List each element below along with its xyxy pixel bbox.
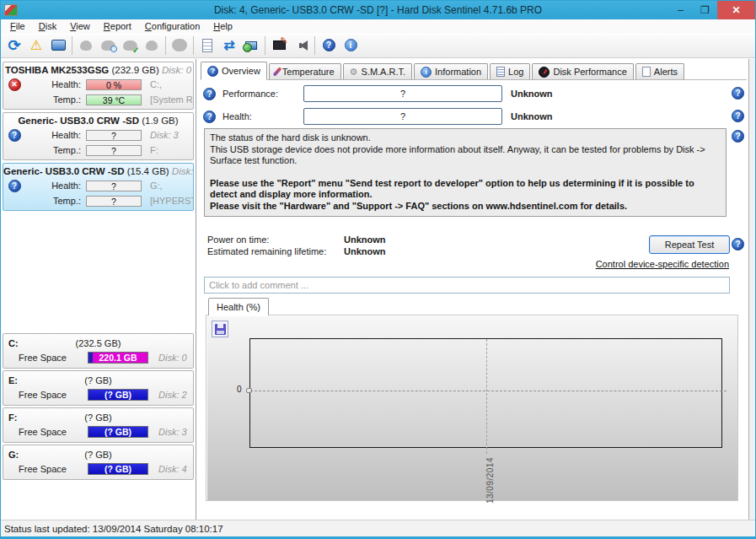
health-help-icon[interactable]: [203, 110, 216, 123]
disk-number: Disk: 4: [158, 464, 187, 474]
disk-number: Disk: 2: [158, 390, 187, 400]
repeat-test-help-icon[interactable]: [732, 238, 744, 251]
alerts-icon: [642, 67, 651, 77]
drive-panel-c[interactable]: C: (232.5 GB) Free Space 220.1 GB Disk: …: [3, 333, 194, 369]
volume-label: [System Rese: [145, 94, 193, 105]
detect-disk-icon[interactable]: [141, 35, 163, 57]
health-bar: ?: [86, 181, 142, 191]
help-icon[interactable]: [318, 35, 340, 57]
device-icon[interactable]: [169, 35, 190, 57]
window-edge: [749, 59, 755, 520]
temp-label: Temp.:: [25, 145, 86, 155]
menu-report[interactable]: Report: [97, 19, 138, 33]
device-detection-link[interactable]: Control device-specific detection: [596, 259, 729, 269]
sound-icon[interactable]: [290, 35, 312, 57]
health-bar: ?: [86, 130, 142, 141]
free-space-label: Free Space: [19, 390, 88, 400]
network-icon[interactable]: [240, 35, 262, 57]
menu-help[interactable]: Help: [206, 19, 239, 33]
app-window: Disk: 4, Generic- USB3.0 CRW -SD [?] - H…: [0, 0, 756, 539]
main-panel: Overview Temperature ⚙ S.M.A.R.T. Inform…: [196, 59, 749, 520]
drive-size: (? GB): [84, 448, 111, 461]
refresh-icon[interactable]: ⟳: [3, 35, 25, 57]
temp-label: Temp.:: [25, 94, 86, 105]
disk-panel-usb-2-selected[interactable]: Generic- USB3.0 CRW -SD (15.4 GB) Disk: …: [3, 163, 194, 211]
drive-panel-g[interactable]: G: (? GB) Free Space (? GB) Disk: 4: [3, 445, 194, 480]
drive-size: (232.5 GB): [76, 337, 121, 350]
tab-log[interactable]: Log: [490, 63, 530, 79]
minimize-button[interactable]: –: [668, 1, 693, 19]
temp-bar: 39 °C: [86, 94, 142, 105]
menu-disk[interactable]: Disk: [32, 19, 63, 33]
health-label: Health:: [25, 79, 86, 89]
disk-schedule-icon[interactable]: [97, 35, 119, 57]
disk-title: Generic- USB3.0 CRW -SD (15.4 GB) Disk: …: [3, 164, 193, 178]
performance-help-icon-right[interactable]: [732, 87, 744, 100]
restore-button[interactable]: ❐: [693, 1, 717, 19]
tab-overview[interactable]: Overview: [201, 62, 267, 80]
tab-temperature[interactable]: Temperature: [269, 63, 341, 79]
smart-icon: ⚙: [350, 67, 358, 78]
window-title: Disk: 4, Generic- USB3.0 CRW -SD [?] - H…: [1, 4, 755, 16]
scan-disk-icon[interactable]: [75, 35, 97, 57]
save-chart-button[interactable]: [212, 321, 228, 337]
sync-icon[interactable]: ⇄: [218, 35, 240, 57]
menu-view[interactable]: View: [63, 19, 97, 33]
free-space-label: Free Space: [19, 353, 88, 363]
status-line: This USB storage device does not provide…: [210, 144, 721, 167]
disk-unknown-icon: [8, 129, 21, 142]
repeat-test-button[interactable]: Repeat Test: [649, 235, 730, 254]
status-line-bold: Please visit the "Hardware" and "Support…: [210, 201, 721, 213]
lifetime-label: Estimated remaining lifetime:: [207, 246, 342, 256]
drive-letter: E:: [8, 374, 84, 387]
floppy-icon: [215, 324, 226, 335]
lifetime-value: Unknown: [344, 246, 386, 256]
chart-tab-health[interactable]: Health (%): [208, 298, 269, 315]
surface-test-icon[interactable]: [268, 35, 290, 57]
health-bar: 0 %: [86, 79, 142, 90]
power-on-label: Power on time:: [207, 234, 342, 245]
health-help-icon-right[interactable]: [732, 110, 744, 122]
disk-overview-icon[interactable]: [47, 35, 69, 57]
drive-letter: G:: [8, 448, 84, 461]
health-chart-panel: 0 13/09/2014: [206, 315, 738, 501]
comment-input[interactable]: [204, 277, 730, 294]
toolbar: ⟳ ⚠ ✓ ⇄: [1, 33, 755, 58]
performance-status: Unknown: [511, 89, 553, 99]
health-label: Health:: [25, 130, 86, 140]
close-button[interactable]: ✕: [717, 1, 755, 19]
tab-alerts[interactable]: Alerts: [635, 63, 684, 79]
disk-number: Disk: 0: [158, 353, 187, 363]
drive-letter: F:: [8, 411, 84, 424]
drive-size: (? GB): [84, 411, 111, 424]
status-line: The status of the hard disk is unknown.: [210, 132, 721, 144]
performance-label: Performance:: [216, 89, 303, 99]
disk-error-icon: [8, 78, 21, 91]
alert-icon[interactable]: ⚠: [25, 35, 47, 57]
disk-ok-icon[interactable]: ✓: [119, 35, 141, 57]
performance-help-icon[interactable]: [203, 88, 216, 100]
temp-bar: ?: [86, 196, 142, 207]
disk-panel-toshiba[interactable]: TOSHIBA MK2533GSG (232.9 GB) Disk: 0 Hea…: [3, 62, 194, 110]
disk-number: Disk: 3: [158, 427, 187, 437]
tab-disk-performance[interactable]: Disk Performance: [532, 63, 633, 79]
free-space-bar: 220.1 GB: [88, 352, 148, 364]
log-icon: [496, 67, 505, 77]
status-help-icon[interactable]: [732, 130, 744, 143]
info-icon[interactable]: [340, 35, 362, 57]
drive-panel-f[interactable]: F: (? GB) Free Space (? GB) Disk: 3: [3, 407, 194, 443]
tab-smart[interactable]: ⚙ S.M.A.R.T.: [343, 63, 412, 79]
menubar: File Disk View Report Configuration Help: [1, 19, 755, 33]
menu-file[interactable]: File: [3, 19, 32, 33]
drive-letters: G:,: [145, 181, 193, 191]
disk-status-textbox: The status of the hard disk is unknown. …: [204, 128, 727, 217]
free-space-label: Free Space: [19, 427, 88, 437]
temp-bar: ?: [86, 145, 142, 156]
drive-letter: C:: [8, 337, 76, 350]
disk-panel-usb-1[interactable]: Generic- USB3.0 CRW -SD (1.9 GB) Health:…: [3, 112, 194, 160]
disk-title: Generic- USB3.0 CRW -SD (1.9 GB): [3, 114, 193, 127]
tab-information[interactable]: Information: [414, 63, 488, 79]
drive-panel-e[interactable]: E: (? GB) Free Space (? GB) Disk: 2: [3, 370, 194, 406]
menu-configuration[interactable]: Configuration: [138, 19, 206, 33]
report-icon[interactable]: [196, 35, 218, 57]
